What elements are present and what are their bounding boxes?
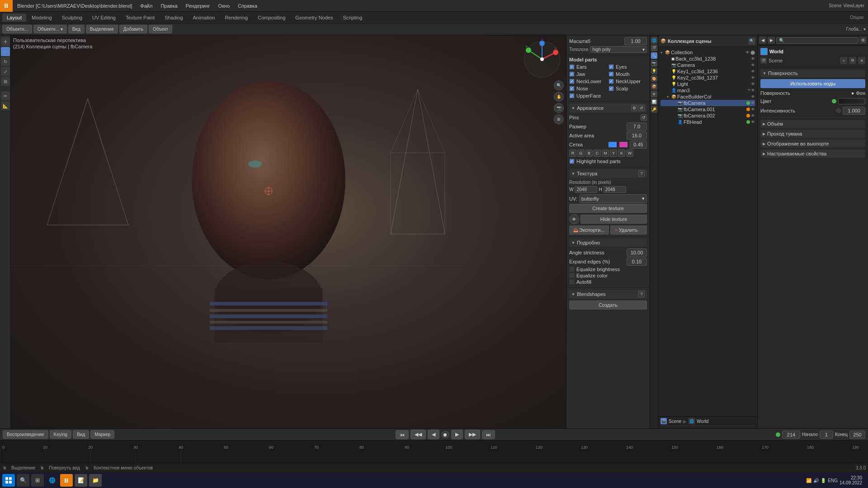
highlight-checkbox[interactable] [569,159,575,164]
autofill-checkbox[interactable] [569,279,575,285]
prev-frame-btn[interactable]: ◀ [428,430,439,439]
color-indicator[interactable] [832,99,836,103]
start-button[interactable] [2,474,15,487]
necl-checkbox[interactable] [569,79,575,84]
transform-tool[interactable]: ⊞ [1,77,10,86]
appearance-header[interactable]: ▼ Appearance ⚙ ↺ [569,103,647,113]
mouth-checkbox[interactable] [609,71,614,77]
prop-icon-3[interactable]: 🔧 [651,52,657,59]
viewport-gizmo[interactable]: X Y Z [522,39,562,81]
search-taskbar-btn[interactable]: 🔍 [17,474,29,487]
prop-icon-4[interactable]: 📷 [651,60,657,66]
equalize-brightness-checkbox[interactable] [569,267,575,272]
topology-dropdown[interactable]: high poly ▾ [590,46,647,53]
hide-texture-btn[interactable]: Hide texture [580,215,647,224]
tree-item-fbhead[interactable]: 👤 FBHead 👁 [660,119,755,125]
collection-visibility[interactable]: 👁 [745,50,750,55]
appearance-settings-icon[interactable]: ⚙ [631,105,637,111]
tree-item-fbcamera001[interactable]: 📷 fbCamera.001 👁 [660,106,755,113]
menu-help[interactable]: Справка [234,2,261,9]
key2-vis[interactable]: 👁 [751,75,755,80]
play-stop-btn[interactable]: ⏺ [441,431,449,438]
keying-dropdown[interactable]: Keying [50,430,72,439]
expand-edges-value[interactable]: 0.10 [627,258,647,266]
world-panel-settings[interactable]: ⚙ [859,37,867,44]
rotate-tool[interactable]: ↻ [1,57,10,66]
grid-toggle[interactable]: ⊞ [554,114,564,124]
viewport-3d[interactable]: X Y Z 🔍 ✋ [11,35,566,428]
fog-header[interactable]: ▶ Проход тумана [760,130,865,138]
eyes-checkbox[interactable] [609,64,614,70]
scalp-checkbox[interactable] [609,86,614,91]
start-frame-input[interactable]: 1 [820,431,833,439]
btn-B[interactable]: B [585,150,593,157]
btn-R[interactable]: R [569,150,576,157]
world-copy-icon[interactable]: ⧉ [849,57,856,64]
ears-checkbox[interactable] [569,64,575,70]
color-swatch-pink[interactable] [619,141,628,148]
prop-icon-5[interactable]: 💡 [651,68,657,74]
measure-tool[interactable]: 📐 [1,101,10,110]
uface-checkbox[interactable] [569,93,575,99]
size-value[interactable]: 7.0 [627,122,647,131]
scale-tool[interactable]: ⤢ [1,67,10,76]
taskbar-edge[interactable]: 🌐 [46,474,58,487]
btn-C[interactable]: C [594,150,601,157]
tab-sculpting[interactable]: Sculpting [57,14,87,22]
tab-layout[interactable]: Layout [2,14,26,22]
angle-strictness-value[interactable]: 10.00 [627,249,647,257]
equalize-color-checkbox[interactable] [569,273,575,278]
active-area-value[interactable]: 16.0 [627,131,647,140]
camera-vis[interactable]: 👁 [751,63,755,67]
create-blendshapes-btn[interactable]: Создать [569,300,647,310]
grid-value[interactable]: 0.45 [630,141,647,149]
tree-item-back[interactable]: ◼ Back_cc3lid_1238 👁 [660,56,755,62]
world-add-icon[interactable]: + [840,57,847,64]
jaw-checkbox[interactable] [569,71,575,77]
btn-W[interactable]: W [626,150,633,157]
detailed-header[interactable]: ▼ Подробно [569,239,647,247]
annotate-tool[interactable]: ✏ [1,91,10,100]
custom-props-header[interactable]: ▶ Настраиваемые свойства [760,150,865,158]
intensity-value[interactable]: 1.000 [843,107,865,115]
add-dropdown[interactable]: Добавить [119,25,147,33]
zoom-tool[interactable]: 🔍 [554,80,564,90]
btn-Y[interactable]: Y [610,150,617,157]
uv-dropdown[interactable]: butterfly ▾ [579,194,647,203]
prop-icon-2[interactable]: 🎬 [651,45,657,51]
tab-rendering[interactable]: Rendering [220,14,252,22]
light-vis[interactable]: 👁 [751,82,755,86]
world-delete-icon[interactable]: ✕ [858,57,865,64]
menu-window[interactable]: Окно [215,2,234,9]
fbcam002-vis[interactable]: 👁 [751,113,755,118]
fbhead-vis[interactable]: 👁 [751,120,755,124]
prop-icon-6[interactable]: 🎨 [651,75,657,82]
camera-toggle[interactable]: 📷 [554,103,564,113]
collection-visibility2[interactable]: ⬤ [750,50,755,55]
use-nodes-btn[interactable]: Использовать ноды [760,79,865,88]
tree-item-key1[interactable]: 💡 Key1_cc3lid_1236 👁 [660,68,755,75]
delete-btn[interactable]: ✕ Удалить [610,225,647,235]
texture-header[interactable]: ▼ Текстура ? [569,169,647,178]
fbcol-vis[interactable]: 👁 [751,94,755,99]
btn-K[interactable]: K [618,150,625,157]
tree-item-man3[interactable]: 👤 man3 ⁷⁹ 👁 [660,87,755,94]
world-nav-next[interactable]: ▶ [768,37,775,44]
tree-item-camera[interactable]: 📷 Camera 👁 [660,62,755,68]
tree-item-fbcamera[interactable]: 📷 fbCamera 👁 [660,100,755,106]
tab-modeling[interactable]: Modeling [27,14,57,22]
blendshapes-header[interactable]: ▼ Blendshapes ? [569,290,647,299]
timeline-ruler[interactable]: 0 10 20 30 40 50 60 70 80 90 100 110 120… [0,441,868,463]
fbcam001-vis[interactable]: 👁 [751,107,755,112]
mode-dropdown[interactable]: Объектн... [2,25,32,33]
necu-checkbox[interactable] [609,79,614,84]
view-dropdown[interactable]: Вид [68,25,85,33]
playback-dropdown[interactable]: Воспроизведение [3,430,48,439]
current-frame-input[interactable]: 214 [782,431,800,439]
tab-shading[interactable]: Shading [160,14,187,22]
prop-icon-7[interactable]: 📦 [651,83,657,89]
tab-geometry-nodes[interactable]: Geometry Nodes [291,14,337,22]
viewport-header[interactable]: ▶ Отображение во вьюпорте [760,140,865,148]
tree-item-fbcol[interactable]: ▾ 📦 FaceBuilderCol 👁 [660,94,755,100]
menu-file[interactable]: Файл [137,2,156,9]
